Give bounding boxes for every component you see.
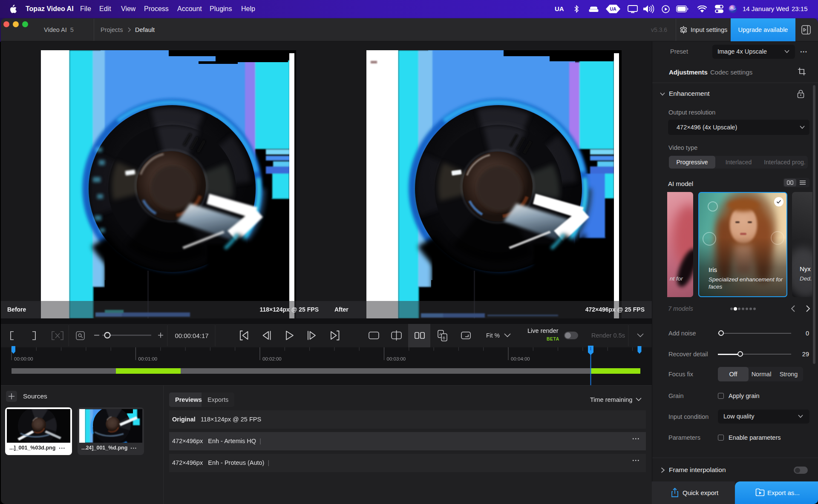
svg-text:00:00:00: 00:00:00	[14, 356, 33, 361]
svg-text:00:02:00: 00:02:00	[262, 356, 282, 361]
svg-text:A: A	[439, 332, 442, 336]
svg-text:B: B	[443, 336, 445, 340]
svg-text:00:03:00: 00:03:00	[387, 356, 406, 361]
svg-text:00:01:00: 00:01:00	[138, 356, 158, 361]
svg-text:UA: UA	[610, 6, 616, 11]
svg-text:00:04:00: 00:04:00	[511, 356, 530, 361]
